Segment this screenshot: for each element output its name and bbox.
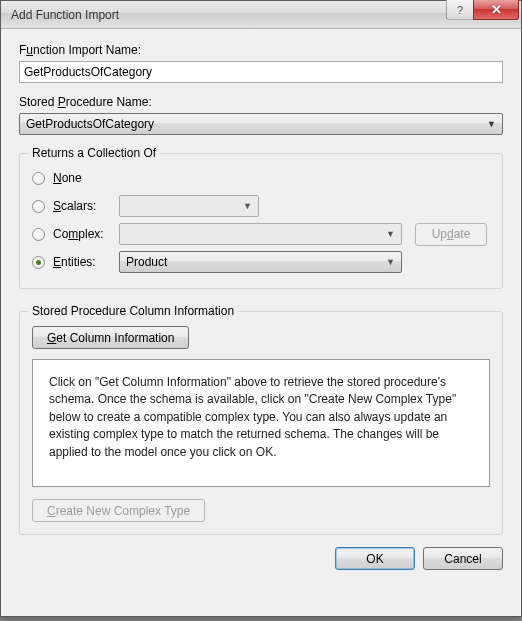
help-button[interactable]: ? [446,0,474,20]
window-title: Add Function Import [11,8,119,22]
radio-complex-label: Complex: [53,227,119,241]
create-new-complex-type-button: Create New Complex Type [32,499,205,522]
returns-fieldset: Returns a Collection Of None Scalars: ▼ [19,153,503,289]
dialog-window: Add Function Import ? ✕ Function Import … [0,0,522,617]
column-info-box: Click on "Get Column Information" above … [32,359,490,487]
chevron-down-icon: ▼ [386,229,395,239]
chevron-down-icon: ▼ [243,201,252,211]
close-button[interactable]: ✕ [473,0,519,20]
stored-procedure-name-value: GetProductsOfCategory [26,117,154,131]
radio-scalars-label: Scalars: [53,199,119,213]
titlebar[interactable]: Add Function Import ? ✕ [1,1,521,29]
ok-button[interactable]: OK [335,547,415,570]
scalars-combo: ▼ [119,195,259,217]
window-controls: ? ✕ [447,0,519,20]
radio-row-scalars[interactable]: Scalars: ▼ [32,192,490,220]
radio-row-none[interactable]: None [32,164,490,192]
entities-combo[interactable]: Product ▼ [119,251,402,273]
stored-procedure-name-combo[interactable]: GetProductsOfCategory ▼ [19,113,503,135]
radio-row-complex[interactable]: Complex: ▼ Update [32,220,490,248]
update-button: Update [415,223,487,246]
dialog-footer: OK Cancel [19,535,503,570]
function-import-name-label: Function Import Name: [19,43,503,57]
returns-legend: Returns a Collection Of [28,146,160,160]
stored-procedure-name-label: Stored Procedure Name: [19,95,503,109]
radio-entities[interactable] [32,256,45,269]
cancel-button[interactable]: Cancel [423,547,503,570]
close-icon: ✕ [491,2,502,17]
radio-row-entities[interactable]: Entities: Product ▼ [32,248,490,276]
radio-entities-label: Entities: [53,255,119,269]
dialog-content: Function Import Name: Stored Procedure N… [1,29,521,616]
entities-combo-value: Product [126,255,167,269]
spci-fieldset: Stored Procedure Column Information Get … [19,311,503,535]
function-import-name-input[interactable] [19,61,503,83]
radio-scalars[interactable] [32,200,45,213]
radio-none[interactable] [32,172,45,185]
radio-complex[interactable] [32,228,45,241]
complex-combo: ▼ [119,223,402,245]
column-info-text: Click on "Get Column Information" above … [49,375,456,459]
spci-legend: Stored Procedure Column Information [28,304,238,318]
get-column-information-button[interactable]: Get Column Information [32,326,189,349]
chevron-down-icon: ▼ [386,257,395,267]
radio-none-label: None [53,171,119,185]
chevron-down-icon: ▼ [487,119,496,129]
